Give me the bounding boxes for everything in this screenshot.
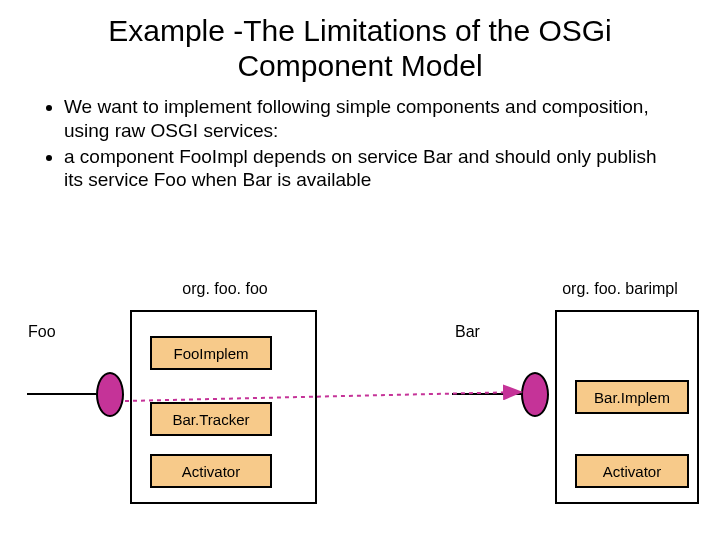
left-package-label: org. foo. foo — [150, 280, 300, 298]
slide: Example -The Limitations of the OSGi Com… — [0, 0, 720, 540]
foo-port-icon — [96, 372, 124, 417]
bullet-1: We want to implement following simple co… — [64, 95, 680, 143]
bullet-list: We want to implement following simple co… — [0, 83, 720, 192]
fooimplem-box: FooImplem — [150, 336, 272, 370]
diagram: org. foo. foo org. foo. barimpl Foo Bar — [0, 280, 720, 520]
foo-service-label: Foo — [28, 323, 56, 341]
bartracker-box: Bar.Tracker — [150, 402, 272, 436]
right-package-label: org. foo. barimpl — [545, 280, 695, 298]
right-activator-box: Activator — [575, 454, 689, 488]
bar-service-label: Bar — [455, 323, 480, 341]
svg-line-0 — [125, 392, 521, 401]
slide-title: Example -The Limitations of the OSGi Com… — [0, 0, 720, 83]
barimplem-box: Bar.Implem — [575, 380, 689, 414]
left-activator-box: Activator — [150, 454, 272, 488]
foo-wire — [27, 393, 96, 395]
bullet-2: a component FooImpl depends on service B… — [64, 145, 680, 193]
